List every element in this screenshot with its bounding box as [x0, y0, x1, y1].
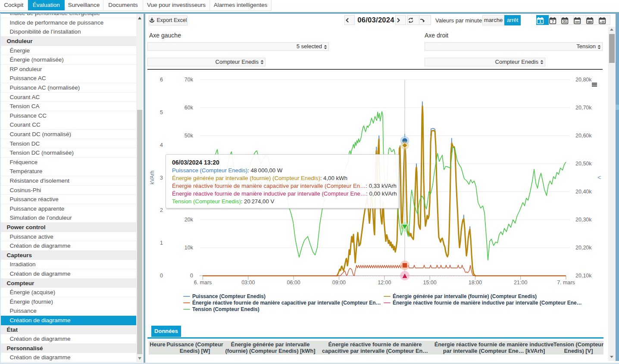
- svg-text:20,30k: 20,30k: [575, 217, 592, 223]
- svg-text:0: 0: [190, 273, 193, 279]
- svg-text:2: 2: [160, 207, 163, 213]
- svg-text:10k: 10k: [184, 245, 194, 251]
- svg-text:70k: 70k: [184, 77, 194, 83]
- svg-text:50k: 50k: [184, 133, 194, 139]
- svg-text:60k: 60k: [184, 105, 194, 111]
- svg-text:20,50k: 20,50k: [575, 161, 592, 167]
- svg-text:18:00: 18:00: [469, 280, 482, 286]
- svg-text:0: 0: [160, 273, 163, 279]
- svg-text:20,40k: 20,40k: [575, 189, 592, 195]
- svg-text:20,10k: 20,10k: [575, 273, 592, 279]
- svg-text:6: 6: [160, 77, 163, 83]
- svg-text:15:00: 15:00: [423, 280, 436, 286]
- svg-text:kVArh: kVArh: [149, 171, 155, 184]
- svg-text:1: 1: [160, 240, 163, 246]
- svg-text:20,80k: 20,80k: [575, 77, 592, 83]
- svg-text:5: 5: [160, 109, 163, 115]
- svg-text:20,60k: 20,60k: [575, 133, 592, 139]
- svg-text:12:00: 12:00: [378, 280, 391, 286]
- svg-text:20k: 20k: [184, 217, 194, 223]
- svg-text:<: <: [597, 174, 601, 181]
- svg-text:7. mars: 7. mars: [557, 280, 575, 286]
- svg-text:06:00: 06:00: [287, 280, 300, 286]
- svg-text:03:00: 03:00: [241, 280, 255, 286]
- svg-text:20,70k: 20,70k: [575, 105, 592, 111]
- svg-text:3: 3: [160, 175, 163, 181]
- svg-text:4: 4: [160, 142, 163, 148]
- svg-text:09:00: 09:00: [332, 280, 346, 286]
- svg-text:6. mars: 6. mars: [194, 280, 212, 286]
- svg-text:21:00: 21:00: [514, 280, 527, 286]
- svg-text:20,20k: 20,20k: [575, 245, 592, 251]
